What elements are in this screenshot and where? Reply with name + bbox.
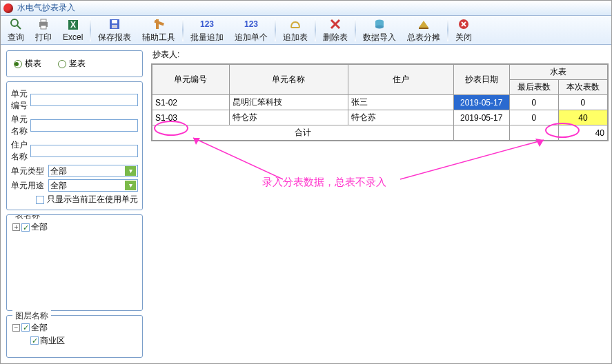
print-icon [37,17,50,31]
close-icon [457,17,470,31]
addsingle-icon: 123 [244,17,258,31]
reader-label: 抄表人: [152,49,609,61]
split-icon [417,17,430,31]
tree-node[interactable]: −✓全部 [12,321,137,334]
metername-group: 表名称 +✓全部 [6,214,143,311]
layer-legend: 图层名称 [12,310,51,322]
app-icon [3,3,13,13]
col-unitno[interactable]: 单元编号 [152,65,230,95]
import-button[interactable]: 数据导入 [357,16,402,44]
radio-vertical[interactable]: 竖表 [58,58,86,70]
metername-legend: 表名称 [12,214,43,221]
table-row[interactable]: S1-02 昆明汇笨科技 张三 2019-05-17 0 0 [152,95,608,110]
assist-icon [152,17,165,31]
collapse-icon[interactable]: − [12,324,20,332]
col-resident[interactable]: 住户 [348,65,453,95]
svg-rect-4 [41,26,46,29]
save-icon [108,17,121,31]
expand-icon[interactable]: + [12,223,20,231]
layer-group: 图层名称 −✓全部 ✓商业区 [6,315,143,358]
radio-horizontal[interactable]: 横表 [14,58,41,70]
toolbar: 查询打印XExcel保存报表辅助工具123批量追加123追加单个追加表删除表数据… [1,16,611,45]
batchadd-button[interactable]: 123批量追加 [185,16,229,44]
svg-rect-9 [112,25,117,28]
svg-rect-3 [41,19,46,22]
svg-point-0 [11,19,18,26]
col-current[interactable]: 本次表数 [558,80,607,95]
tree-checkbox[interactable]: ✓ [30,336,39,345]
svg-text:X: X [70,20,76,30]
orientation-group: 横表 竖表 [6,50,143,77]
delmeter-button[interactable]: 删除表 [317,16,353,44]
col-water[interactable]: 水表 [509,65,607,80]
query-button[interactable]: 查询 [2,16,30,44]
assist-button[interactable]: 辅助工具 [137,16,181,44]
filter-group: 单元编号 单元名称 住户名称 单元类型全部▾ 单元用途全部▾ 只显示当前正在使用… [6,81,143,210]
unittype-select[interactable]: 全部▾ [48,165,138,177]
excel-button[interactable]: XExcel [57,16,88,44]
delmeter-icon [329,17,342,31]
window-title: 水电气抄表录入 [17,2,75,14]
col-unitname[interactable]: 单元名称 [229,65,348,95]
close-button[interactable]: 关闭 [450,16,477,44]
resident-label: 住户名称 [11,139,30,163]
unitname-label: 单元名称 [11,114,30,137]
sidebar: 横表 竖表 单元编号 单元名称 住户名称 单元类型全部▾ 单元用途全部▾ 只显示… [1,45,148,363]
svg-rect-11 [155,19,165,26]
svg-text:123: 123 [200,19,214,29]
radio-dot-icon [58,60,66,68]
unitno-input[interactable] [30,94,138,106]
svg-line-1 [17,26,21,29]
addsingle-button[interactable]: 123追加单个 [229,16,273,44]
query-icon [10,17,22,31]
svg-point-19 [375,25,384,28]
col-date[interactable]: 抄表日期 [453,65,509,95]
split-button[interactable]: 总表分摊 [402,16,446,44]
title-bar: 水电气抄表录入 [1,1,611,16]
onlyactive-label: 只显示当前正在使用单元 [47,194,138,205]
annotation-text: 录入分表数据，总表不录入 [262,176,386,189]
unituse-label: 单元用途 [11,180,48,192]
print-button[interactable]: 打印 [30,16,57,44]
col-last[interactable]: 最后表数 [509,80,558,95]
svg-text:123: 123 [244,19,258,29]
unittype-label: 单元类型 [11,165,48,177]
import-icon [373,17,386,31]
table-total-row: 合计 40 [152,125,608,141]
radio-dot-icon [14,60,22,68]
table-row[interactable]: S1-03 特仑苏 特仑苏 2019-05-17 0 40 [152,110,608,125]
chevron-down-icon: ▾ [125,166,136,176]
addmeter-button[interactable]: 追加表 [277,16,313,44]
excel-icon: X [67,18,79,32]
resident-input[interactable] [30,145,138,157]
tree-node[interactable]: +✓全部 [12,221,137,234]
svg-rect-8 [112,20,117,23]
unitno-label: 单元编号 [11,88,30,112]
batchadd-icon: 123 [200,17,214,31]
tree-checkbox[interactable]: ✓ [21,323,30,332]
addmeter-icon [289,17,302,31]
chevron-down-icon: ▾ [125,181,136,190]
onlyactive-checkbox[interactable] [36,196,44,204]
tree-node[interactable]: ✓商业区 [12,334,137,347]
save-button[interactable]: 保存报表 [92,16,137,44]
tree-checkbox[interactable]: ✓ [21,223,30,232]
content-area: 抄表人: 单元编号 单元名称 住户 抄表日期 水表 最后表数 本次表数 S1-0… [148,45,611,363]
unituse-select[interactable]: 全部▾ [48,179,138,192]
data-table: 单元编号 单元名称 住户 抄表日期 水表 最后表数 本次表数 S1-02 昆明汇… [151,63,609,141]
unitname-input[interactable] [30,119,138,132]
